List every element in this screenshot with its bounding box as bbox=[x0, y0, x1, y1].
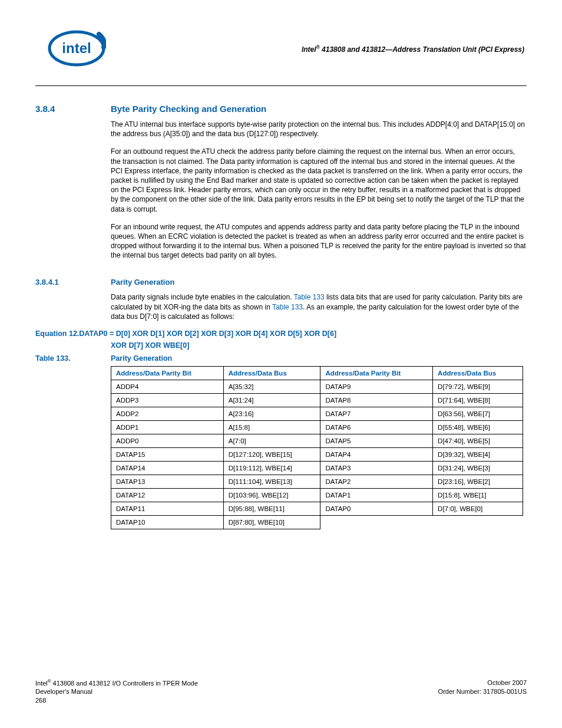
table-link[interactable]: Table 133 bbox=[294, 293, 325, 301]
table-cell: DATAP7 bbox=[320, 407, 433, 421]
table-cell: D[47:40], WBE[5] bbox=[433, 434, 523, 448]
page-footer: Intel® 413808 and 413812 I/O Controllers… bbox=[35, 678, 527, 704]
body-paragraph: For an outbound request the ATU check th… bbox=[111, 147, 527, 213]
table-row: ADDP3A[31:24]DATAP8D[71:64], WBE[8] bbox=[111, 394, 523, 407]
equation-label: Equation 12. bbox=[35, 330, 79, 338]
table-cell: DATAP5 bbox=[320, 434, 433, 448]
header-rule bbox=[35, 85, 527, 86]
table-cell: D[95:88], WBE[11] bbox=[223, 502, 320, 516]
table-cell: D[23:16], WBE[2] bbox=[433, 475, 523, 489]
table-cell: D[87:80], WBE[10] bbox=[223, 516, 320, 529]
table-title: Parity Generation bbox=[111, 354, 172, 363]
table-header: Address/Data Bus bbox=[433, 367, 523, 380]
table-cell: DATAP12 bbox=[111, 489, 224, 502]
table-row: DATAP13D[111:104], WBE[13]DATAP2D[23:16]… bbox=[111, 475, 523, 489]
footer-date: October 2007 bbox=[438, 678, 527, 687]
header-title: Intel® 413808 and 413812—Address Transla… bbox=[106, 44, 527, 54]
table-cell: DATAP15 bbox=[111, 448, 224, 462]
table-row: ADDP4A[35:32]DATAP9D[79:72], WBE[9] bbox=[111, 380, 523, 394]
table-cell: ADDP3 bbox=[111, 394, 224, 407]
equation-text-cont: XOR D[7] XOR WBE[0] bbox=[111, 341, 527, 350]
table-row: DATAP10D[87:80], WBE[10] bbox=[111, 516, 523, 529]
table-cell: A[15:8] bbox=[223, 421, 320, 434]
table-row: DATAP15D[127:120], WBE[15]DATAP4D[39:32]… bbox=[111, 448, 523, 462]
svg-text:intel: intel bbox=[62, 40, 91, 56]
table-cell: D[103:96], WBE[12] bbox=[223, 489, 320, 502]
table-cell: DATAP2 bbox=[320, 475, 433, 489]
table-row: DATAP14D[119:112], WBE[14]DATAP3D[31:24]… bbox=[111, 462, 523, 475]
section-title: Byte Parity Checking and Generation bbox=[111, 104, 266, 114]
table-cell: DATAP1 bbox=[320, 489, 433, 502]
table-cell: DATAP10 bbox=[111, 516, 224, 529]
table-cell: D[7:0], WBE[0] bbox=[433, 502, 523, 516]
table-cell: D[71:64], WBE[8] bbox=[433, 394, 523, 407]
table-label: Table 133. bbox=[35, 354, 111, 363]
equation-row: Equation 12.DATAP0 = D[0] XOR D[1] XOR D… bbox=[35, 330, 527, 338]
subsection-title: Parity Generation bbox=[111, 278, 174, 286]
table-link[interactable]: Table 133 bbox=[272, 303, 303, 311]
table-cell: DATAP8 bbox=[320, 394, 433, 407]
table-cell: ADDP0 bbox=[111, 434, 224, 448]
table-row: ADDP0A[7:0]DATAP5D[47:40], WBE[5] bbox=[111, 434, 523, 448]
table-cell: A[35:32] bbox=[223, 380, 320, 394]
table-cell: D[119:112], WBE[14] bbox=[223, 462, 320, 475]
equation-text: DATAP0 = D[0] XOR D[1] XOR D[2] XOR D[3]… bbox=[79, 330, 336, 338]
table-cell: DATAP11 bbox=[111, 502, 224, 516]
table-cell: D[15:8], WBE[1] bbox=[433, 489, 523, 502]
table-header-row: Address/Data Parity Bit Address/Data Bus… bbox=[111, 367, 523, 380]
table-cell bbox=[320, 516, 433, 529]
footer-order-number: Order Number: 317805-001US bbox=[438, 687, 527, 696]
table-cell: DATAP0 bbox=[320, 502, 433, 516]
table-cell: A[23:16] bbox=[223, 407, 320, 421]
body-paragraph: Data parity signals include byte enables… bbox=[111, 292, 527, 321]
intel-logo-icon: intel bbox=[47, 29, 106, 68]
table-cell: DATAP14 bbox=[111, 462, 224, 475]
parity-table: Address/Data Parity Bit Address/Data Bus… bbox=[111, 366, 523, 529]
footer-doc-subtitle: Developer's Manual bbox=[35, 687, 198, 696]
table-header: Address/Data Parity Bit bbox=[320, 367, 433, 380]
table-cell: A[7:0] bbox=[223, 434, 320, 448]
table-cell: DATAP9 bbox=[320, 380, 433, 394]
table-cell: ADDP1 bbox=[111, 421, 224, 434]
table-row: DATAP11D[95:88], WBE[11]DATAP0D[7:0], WB… bbox=[111, 502, 523, 516]
table-row: DATAP12D[103:96], WBE[12]DATAP1D[15:8], … bbox=[111, 489, 523, 502]
table-cell: DATAP6 bbox=[320, 421, 433, 434]
table-row: ADDP1A[15:8]DATAP6D[55:48], WBE[6] bbox=[111, 421, 523, 434]
table-cell: D[111:104], WBE[13] bbox=[223, 475, 320, 489]
table-row: ADDP2A[23:16]DATAP7D[63:56], WBE[7] bbox=[111, 407, 523, 421]
footer-page-number: 268 bbox=[35, 696, 198, 704]
table-cell: D[55:48], WBE[6] bbox=[433, 421, 523, 434]
page-header: intel Intel® 413808 and 413812—Address T… bbox=[35, 29, 527, 68]
table-cell: A[31:24] bbox=[223, 394, 320, 407]
table-header: Address/Data Parity Bit bbox=[111, 367, 224, 380]
body-paragraph: The ATU internal bus interface supports … bbox=[111, 120, 527, 139]
table-cell: ADDP4 bbox=[111, 380, 224, 394]
table-cell: ADDP2 bbox=[111, 407, 224, 421]
table-cell: D[79:72], WBE[9] bbox=[433, 380, 523, 394]
section-number: 3.8.4 bbox=[35, 104, 111, 114]
table-header: Address/Data Bus bbox=[223, 367, 320, 380]
body-paragraph: For an inbound write request, the ATU co… bbox=[111, 222, 527, 261]
table-cell: DATAP4 bbox=[320, 448, 433, 462]
table-cell: D[63:56], WBE[7] bbox=[433, 407, 523, 421]
subsection-number: 3.8.4.1 bbox=[35, 278, 111, 286]
table-cell: DATAP3 bbox=[320, 462, 433, 475]
table-cell: DATAP13 bbox=[111, 475, 224, 489]
table-cell bbox=[433, 516, 523, 529]
table-cell: D[31:24], WBE[3] bbox=[433, 462, 523, 475]
table-cell: D[39:32], WBE[4] bbox=[433, 448, 523, 462]
footer-doc-title: Intel® 413808 and 413812 I/O Controllers… bbox=[35, 678, 198, 687]
table-cell: D[127:120], WBE[15] bbox=[223, 448, 320, 462]
